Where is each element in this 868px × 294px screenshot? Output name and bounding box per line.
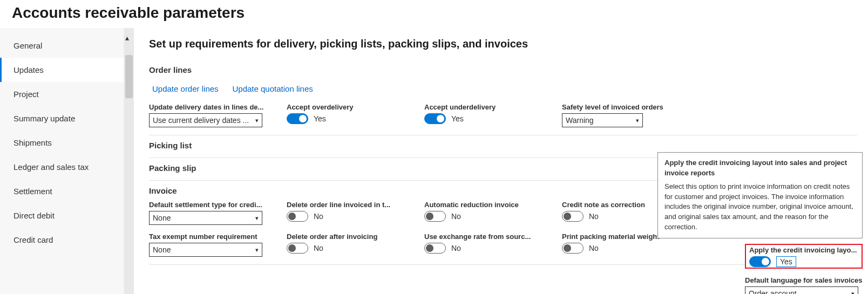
field-update-delivery-dates: Update delivery dates in lines de... Use…: [149, 103, 287, 127]
layout: General Updates Project Summary update S…: [0, 28, 868, 294]
group-order-lines-title: Order lines: [149, 60, 857, 80]
select-update-delivery-dates[interactable]: Use current delivery dates ... ▾: [149, 113, 262, 127]
field-use-exchange: Use exchange rate from sourc... No: [424, 233, 562, 257]
field-delete-order-after: Delete order after invoicing No: [287, 233, 424, 257]
sidebar-item-general[interactable]: General: [0, 33, 124, 58]
sidebar-item-shipments[interactable]: Shipments: [0, 131, 124, 155]
select-default-language[interactable]: Order account ▾: [745, 286, 858, 294]
field-accept-overdelivery: Accept overdelivery Yes: [287, 103, 424, 127]
toggle-label: No: [589, 244, 599, 252]
label-safety-level: Safety level of invoiced orders: [562, 103, 681, 111]
order-lines-links: Update order lines Update quotation line…: [152, 84, 857, 93]
select-default-settlement[interactable]: None ▾: [149, 211, 262, 225]
sidebar-item-updates[interactable]: Updates: [0, 58, 124, 82]
select-text: None: [153, 214, 171, 222]
label-tax-exempt: Tax exempt number requirement: [149, 233, 268, 241]
label-default-language: Default language for sales invoices: [745, 276, 863, 284]
scroll-thumb[interactable]: [125, 55, 133, 98]
toggle-label: No: [314, 212, 323, 221]
toggle-label: No: [589, 212, 599, 221]
select-tax-exempt[interactable]: None ▾: [149, 243, 262, 257]
select-text: None: [153, 245, 171, 254]
toggle-apply-credit[interactable]: [749, 256, 771, 267]
chevron-down-icon: ▾: [851, 290, 855, 295]
toggle-label: Yes: [314, 114, 326, 123]
toggle-delete-order-line[interactable]: [287, 211, 308, 222]
sidebar-item-project[interactable]: Project: [0, 82, 124, 106]
field-default-settlement: Default settlement type for credi... Non…: [149, 201, 287, 225]
toggle-label: No: [451, 212, 461, 221]
chevron-up-icon[interactable]: ▴: [125, 33, 129, 42]
toggle-accept-overdelivery[interactable]: [287, 113, 308, 124]
label-default-settlement: Default settlement type for credi...: [149, 201, 268, 209]
field-default-language: Default language for sales invoices Orde…: [745, 276, 863, 294]
tooltip-body: Select this option to print invoice info…: [664, 182, 856, 233]
field-safety-level: Safety level of invoiced orders Warning …: [562, 103, 700, 127]
label-delete-order-after: Delete order after invoicing: [287, 233, 405, 241]
tooltip-title: Apply the credit invoicing layout into s…: [664, 158, 856, 179]
sidebar-item-summary-update[interactable]: Summary update: [0, 106, 124, 131]
toggle-label: No: [314, 244, 323, 252]
tooltip: Apply the credit invoicing layout into s…: [657, 152, 863, 238]
chevron-down-icon: ▾: [255, 215, 259, 222]
toggle-delete-order-after[interactable]: [287, 243, 308, 254]
label-use-exchange: Use exchange rate from sourc...: [424, 233, 543, 241]
sidebar: General Updates Project Summary update S…: [0, 28, 124, 294]
page-title: Accounts receivable parameters: [0, 0, 868, 28]
sidebar-item-direct-debit[interactable]: Direct debit: [0, 203, 124, 228]
label-accept-underdelivery: Accept underdelivery: [424, 103, 543, 111]
label-accept-overdelivery: Accept overdelivery: [287, 103, 405, 111]
chevron-down-icon: ▾: [636, 117, 639, 124]
toggle-credit-note-correction[interactable]: [562, 211, 584, 222]
toggle-accept-underdelivery[interactable]: [424, 113, 446, 124]
select-text: Order account: [749, 289, 797, 294]
toggle-automatic-reduction[interactable]: [424, 211, 446, 222]
label-delete-order-line: Delete order line invoiced in t...: [287, 201, 405, 209]
field-accept-underdelivery: Accept underdelivery Yes: [424, 103, 562, 127]
toggle-label: Yes: [451, 114, 464, 123]
select-text: Warning: [566, 116, 594, 125]
chevron-down-icon: ▾: [255, 117, 259, 124]
field-tax-exempt: Tax exempt number requirement None ▾: [149, 233, 287, 257]
section-title: Set up requirements for delivery, pickin…: [149, 38, 857, 50]
sidebar-item-ledger-sales-tax[interactable]: Ledger and sales tax: [0, 155, 124, 179]
toggle-print-packing[interactable]: [562, 243, 584, 254]
toggle-label: Yes: [776, 256, 796, 267]
label-automatic-reduction: Automatic reduction invoice: [424, 201, 543, 209]
field-apply-credit-invoicing: Apply the credit invoicing layo... Yes: [745, 244, 863, 269]
field-delete-order-line: Delete order line invoiced in t... No: [287, 201, 424, 225]
select-text: Use current delivery dates ...: [153, 116, 249, 125]
scrollbar[interactable]: ▴: [124, 28, 134, 294]
field-automatic-reduction: Automatic reduction invoice No: [424, 201, 562, 225]
chevron-down-icon: ▾: [255, 247, 259, 254]
link-update-quotation-lines[interactable]: Update quotation lines: [232, 84, 313, 93]
label-apply-credit: Apply the credit invoicing layo...: [749, 246, 857, 254]
main-panel: Set up requirements for delivery, pickin…: [134, 28, 868, 294]
sidebar-item-credit-card[interactable]: Credit card: [0, 228, 124, 252]
toggle-use-exchange[interactable]: [424, 243, 446, 254]
sidebar-item-settlement[interactable]: Settlement: [0, 179, 124, 203]
link-update-order-lines[interactable]: Update order lines: [152, 84, 219, 93]
toggle-label: No: [451, 244, 461, 252]
label-update-delivery-dates: Update delivery dates in lines de...: [149, 103, 268, 111]
select-safety-level[interactable]: Warning ▾: [562, 113, 643, 127]
order-lines-fields: Update delivery dates in lines de... Use…: [149, 103, 857, 127]
